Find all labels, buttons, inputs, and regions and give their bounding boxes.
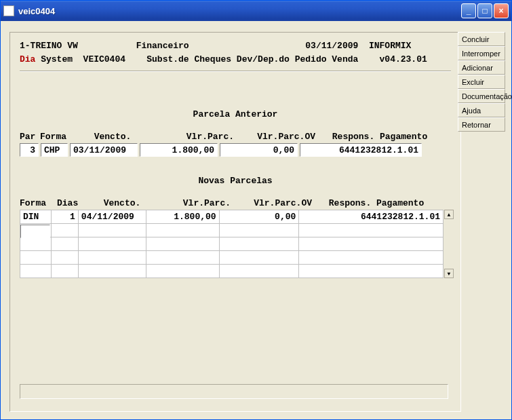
scroll-down-icon[interactable]: ▼: [444, 269, 454, 278]
header-divider: [20, 71, 451, 72]
app-window: veic0404 _ □ × 1-TREINO VW Financeiro 03…: [0, 0, 512, 420]
cell-vlr[interactable]: 1.800,00: [146, 210, 219, 224]
section-anterior-title: Parcela Anterior: [20, 109, 451, 119]
maximize-button[interactable]: □: [477, 3, 492, 18]
anterior-vlr[interactable]: 1.800,00: [140, 143, 218, 157]
cell-vlrov[interactable]: 0,00: [219, 210, 299, 224]
cell-dias[interactable]: 1: [51, 210, 78, 224]
excluir-button[interactable]: Excluir: [458, 75, 505, 89]
col2-dias: Dias: [57, 198, 88, 208]
col2-forma: Forma: [20, 198, 57, 208]
table-row[interactable]: [20, 265, 444, 278]
header-system: System VEIC0404: [35, 54, 125, 64]
ajuda-button[interactable]: Ajuda: [458, 103, 505, 117]
header-db: INFORMIX: [369, 41, 411, 51]
header-module: Financeiro: [136, 41, 189, 51]
anterior-vlrov[interactable]: 0,00: [220, 143, 298, 157]
col-forma: Forma: [40, 132, 73, 142]
col-par: Par: [20, 132, 40, 142]
table-row[interactable]: [20, 237, 444, 251]
titlebar[interactable]: veic0404 _ □ ×: [1, 1, 511, 21]
table-row[interactable]: [20, 251, 444, 265]
app-icon: [3, 5, 14, 16]
anterior-par[interactable]: 3: [20, 143, 39, 157]
anterior-columns: Par Forma Vencto. Vlr.Parc. Vlr.Parc.OV …: [20, 132, 451, 142]
header-company: 1-TREINO VW: [20, 41, 78, 51]
section-novas-title: Novas Parcelas: [20, 176, 451, 186]
novas-columns: Forma Dias Vencto. Vlr.Parc. Vlr.Parc.OV…: [20, 198, 451, 208]
col-vlr: Vlr.Parc.: [153, 132, 234, 142]
cell-resp[interactable]: 6441232812.1.01: [299, 210, 444, 224]
table-row[interactable]: DIN 1 04/11/2009 1.800,00 0,00 644123281…: [20, 210, 444, 224]
col2-venc: Vencto.: [88, 198, 156, 208]
col2-vlr: Vlr.Parc.: [156, 198, 231, 208]
main-panel: 1-TREINO VW Financeiro 03/11/2009 INFORM…: [9, 32, 461, 412]
col-venc: Vencto.: [73, 132, 153, 142]
anterior-forma[interactable]: CHP: [41, 143, 68, 157]
col-vlrov: Vlr.Parc.OV: [234, 132, 315, 142]
novas-grid-wrap: DIN 1 04/11/2009 1.800,00 0,00 644123281…: [20, 210, 454, 278]
cell-venc[interactable]: 04/11/2009: [78, 210, 146, 224]
minimize-button[interactable]: _: [461, 3, 476, 18]
client-area: 1-TREINO VW Financeiro 03/11/2009 INFORM…: [3, 21, 509, 417]
header-desc: Subst.de Cheques Dev/Dep.do Pedido Venda: [146, 54, 358, 64]
grid-scrollbar[interactable]: ▲ ▼: [446, 210, 454, 278]
header-block: 1-TREINO VW Financeiro 03/11/2009 INFORM…: [20, 39, 451, 66]
header-version: v04.23.01: [380, 54, 427, 64]
grid-active-input[interactable]: [20, 225, 50, 238]
table-row[interactable]: [20, 224, 444, 237]
status-bar: [20, 384, 448, 399]
interromper-button[interactable]: Interromper: [458, 46, 505, 60]
cell-forma[interactable]: DIN: [20, 210, 52, 224]
novas-grid[interactable]: DIN 1 04/11/2009 1.800,00 0,00 644123281…: [20, 210, 444, 278]
window-title: veic0404: [18, 6, 461, 16]
concluir-button[interactable]: Concluir: [458, 32, 505, 46]
documentacao-button[interactable]: Documentação: [458, 89, 505, 103]
header-dia-label: Dia: [20, 54, 35, 64]
close-button[interactable]: ×: [494, 3, 509, 18]
col2-resp: Respons. Pagamento: [312, 198, 441, 208]
retornar-button[interactable]: Retornar: [458, 117, 505, 132]
anterior-resp[interactable]: 6441232812.1.01: [300, 143, 422, 157]
col2-vlrov: Vlr.Parc.OV: [231, 198, 312, 208]
anterior-row: 3 CHP 03/11/2009 1.800,00 0,00 644123281…: [20, 143, 451, 157]
side-button-panel: Concluir Interromper Adicionar Excluir D…: [458, 32, 505, 132]
scroll-up-icon[interactable]: ▲: [444, 210, 454, 219]
anterior-venc[interactable]: 03/11/2009: [70, 143, 138, 157]
col-resp: Respons. Pagamento: [315, 132, 444, 142]
header-date: 03/11/2009: [305, 41, 358, 51]
adicionar-button[interactable]: Adicionar: [458, 60, 505, 75]
